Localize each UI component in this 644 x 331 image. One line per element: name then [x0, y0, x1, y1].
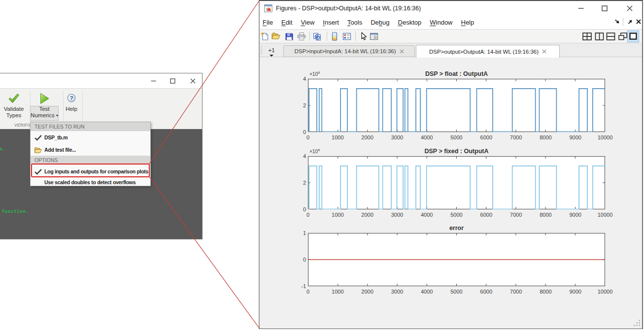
x-tick-label: 7000: [501, 289, 531, 295]
tab-label: DSP>output>OutputA: 14-bit WL (19:16:36): [429, 49, 539, 55]
x-tick-label: 2000: [353, 212, 382, 218]
help-label[interactable]: Help: [57, 106, 86, 112]
test-numerics-text: Numerics: [31, 112, 55, 118]
maximize-icon: [170, 78, 175, 84]
tab-close-icon[interactable]: [542, 49, 546, 54]
toolbar-separator: [309, 32, 310, 41]
resize-grip[interactable]: [634, 320, 641, 327]
plot-axes[interactable]: [308, 233, 605, 286]
x-tick-label: 10000: [590, 212, 620, 218]
y-tick-label: 2: [286, 102, 306, 108]
new-figure-icon[interactable]: [261, 32, 270, 41]
maximize-button[interactable]: [165, 73, 180, 88]
selection-cursor-icon[interactable]: [359, 32, 368, 41]
undock-figure-button[interactable]: [627, 19, 633, 25]
validate-types-label[interactable]: Validate Types: [0, 106, 34, 119]
close-icon: [190, 78, 196, 84]
menu-desktop[interactable]: Desktop: [398, 19, 422, 26]
tile-columns-icon[interactable]: [595, 33, 605, 40]
menu-debug[interactable]: Debug: [371, 19, 389, 26]
figure-stack-label: +1: [268, 47, 274, 53]
maximize-button[interactable]: [597, 1, 612, 16]
save-figure-icon[interactable]: [285, 32, 294, 41]
copy-figure-icon[interactable]: [313, 32, 322, 41]
tabbar-grip[interactable]: [261, 46, 262, 55]
x-tick-label: 2000: [353, 289, 382, 295]
minimize-button[interactable]: [574, 1, 588, 16]
menu-item-scaled-doubles[interactable]: Use scaled doubles to detect overflows: [31, 178, 150, 186]
tab-close-icon[interactable]: [400, 49, 404, 54]
plot-axes[interactable]: [308, 79, 605, 132]
plot-browser-icon[interactable]: [342, 32, 351, 41]
x-tick-label: 8000: [531, 134, 560, 140]
test-numerics-button[interactable]: [39, 93, 50, 104]
close-button[interactable]: [185, 73, 200, 88]
open-file-icon[interactable]: [271, 32, 280, 41]
minimize-icon: [151, 78, 156, 84]
close-icon: [627, 5, 633, 11]
x-tick-label: 10000: [590, 289, 620, 295]
menubar-separator: [623, 18, 623, 26]
screenshot-root: { "annotation": { "highlight_color": "#d…: [0, 0, 644, 331]
x-tick-label: 4000: [412, 134, 441, 140]
x-tick-label: 7000: [501, 134, 531, 140]
dock-figure-button[interactable]: [614, 19, 620, 25]
cascade-windows-icon[interactable]: [618, 33, 628, 40]
figure-palette-icon[interactable]: [330, 32, 339, 41]
tab-label: DSP>input>InputA: 14-bit WL (19:16:36): [294, 48, 396, 54]
validate-check-icon: [8, 93, 20, 104]
figures-menubar: FileEditViewInsertToolsDebugDesktopWindo…: [260, 16, 642, 29]
figure-stack-button[interactable]: +1: [266, 45, 277, 57]
tile-grid-icon[interactable]: [582, 33, 592, 40]
help-button[interactable]: ?: [67, 94, 76, 102]
menu-window[interactable]: Window: [430, 19, 452, 26]
menu-item-dsp-tb[interactable]: DSP_tb.m: [31, 131, 150, 143]
menu-insert[interactable]: Insert: [323, 19, 339, 26]
menu-item-add-test-file[interactable]: Add test file...: [31, 143, 150, 156]
close-figure-icon: [636, 19, 642, 25]
minimize-button[interactable]: [146, 73, 161, 88]
dropdown-arrow-icon: ▾: [56, 113, 58, 118]
toolbar-separator: [355, 32, 356, 41]
help-icon: ?: [67, 94, 76, 102]
menu-edit[interactable]: Edit: [281, 19, 292, 26]
x-tick-label: 9000: [561, 289, 590, 295]
x-tick-label: 0: [293, 289, 323, 295]
menu-help[interactable]: Help: [461, 19, 475, 26]
maximize-icon: [602, 5, 608, 11]
test-numerics-dropdown: TEST FILES TO RUN DSP_tb.m Add test file…: [30, 122, 151, 186]
print-figure-icon[interactable]: [297, 32, 306, 41]
validate-types-button[interactable]: [8, 93, 20, 104]
figures-toolbar: [260, 29, 642, 43]
menu-view[interactable]: View: [301, 19, 314, 26]
axis-exponent-label: ×104: [309, 148, 320, 154]
menu-file[interactable]: File: [263, 19, 273, 26]
x-tick-label: 8000: [531, 289, 560, 295]
x-tick-label: 2000: [353, 134, 382, 140]
tab-input-figure[interactable]: DSP>input>InputA: 14-bit WL (19:16:36): [283, 45, 415, 57]
code-fragment: s.: [0, 146, 5, 151]
menu-tools[interactable]: Tools: [347, 19, 362, 26]
close-figure-button[interactable]: [636, 19, 642, 25]
x-tick-label: 5000: [442, 212, 472, 218]
x-tick-label: 7000: [501, 212, 531, 218]
figures-titlebar[interactable]: Figures - DSP>output>OutputA: 14-bit WL …: [260, 1, 642, 16]
x-tick-label: 6000: [472, 134, 501, 140]
x-tick-label: 4000: [412, 212, 441, 218]
figure-canvas: DSP > float : OutputA×104024010002000300…: [260, 57, 642, 329]
axis-exponent-label: ×104: [309, 70, 320, 77]
svg-text:?: ?: [70, 95, 73, 101]
left-window-titlebar[interactable]: [0, 73, 202, 89]
test-numerics-label[interactable]: Test Numerics ▾: [30, 106, 59, 119]
toolbar-separator: [327, 32, 327, 41]
tile-rows-icon[interactable]: [606, 33, 616, 40]
plot-axes[interactable]: [308, 156, 605, 209]
test-numerics-label-line2: Numerics ▾: [30, 112, 59, 119]
property-editor-icon[interactable]: [370, 32, 378, 41]
y-tick-label: 4: [286, 76, 306, 82]
close-button[interactable]: [622, 1, 637, 16]
tab-output-figure[interactable]: DSP>output>OutputA: 14-bit WL (19:16:36): [416, 45, 560, 58]
single-window-button-selected[interactable]: [627, 31, 639, 42]
plot-title: DSP > float : OutputA: [308, 70, 605, 77]
x-tick-label: 0: [293, 134, 323, 140]
